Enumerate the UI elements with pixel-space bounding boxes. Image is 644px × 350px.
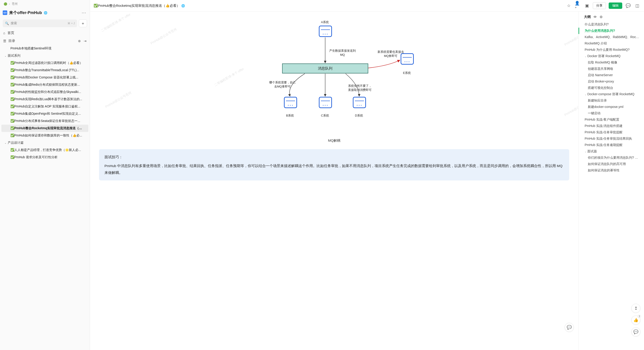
outline-item[interactable]: ⌄面试题: [578, 148, 642, 155]
tree-item[interactable]: ✅PmHub整合TransmittableThreadLocal (TTL)..…: [0, 67, 90, 74]
outline-item[interactable]: ⌄Docker-compose 部署 RocketMQ: [578, 91, 642, 98]
add-person-icon[interactable]: 👤⁺: [575, 3, 581, 9]
more-icon[interactable]: ⋯: [81, 10, 87, 16]
chevron-right-icon: ›: [9, 3, 10, 5]
workspace-header: </> 来个offer-PmHub 🌐 ⋯: [0, 8, 90, 18]
present-icon[interactable]: ▣: [584, 3, 590, 9]
tree-item[interactable]: PmHub本地搭建Sentinel环境: [0, 45, 90, 52]
outline-item[interactable]: PmHub 实战-任务审批提醒: [578, 129, 642, 136]
outline-item[interactable]: 启动 Broker+proxy: [578, 79, 642, 85]
watermark: PmHub@公众号苍何: [150, 27, 178, 45]
outline-item[interactable]: PmHub 实战-任务审批流结果回执: [578, 136, 642, 142]
outline-title: 大纲: [584, 15, 591, 19]
panel-icon[interactable]: ◫: [634, 3, 640, 9]
outline-item[interactable]: PmHub 为什么要用 RocketMQ?: [578, 47, 642, 53]
diagram-node-e: [401, 53, 414, 65]
outline-item[interactable]: 创建容器共享网络: [578, 66, 642, 72]
diagram-note: 新系统需要也直接去MQ拿即可: [377, 50, 404, 58]
tree-item[interactable]: ✅PmHub整合Rocketmq实现审批流消息推送（👍...: [1, 125, 88, 132]
tree-item[interactable]: ✅人人都是产品经理，打造竞争优势（🌟新人必...: [0, 146, 90, 154]
watermark: PmHub@公众号苍何: [104, 91, 132, 109]
tree-item[interactable]: ✅PmHub集成OpenFeign和 Sentinel实现自定义...: [0, 110, 90, 117]
outline-item[interactable]: PmHub 实战-客户端配置: [578, 117, 642, 123]
diagram-label: D系统: [355, 114, 363, 118]
chevron-down-icon: ⌄: [4, 55, 6, 57]
globe-icon: 🌐: [44, 11, 47, 15]
search-shortcut: ⌘ + J: [68, 22, 75, 25]
thumbs-up-button[interactable]: 👍3: [631, 315, 640, 325]
tree-item[interactable]: ✅PmHub全局过滤器统计接口调用耗时（👍必看）: [0, 59, 90, 67]
add-button[interactable]: ＋: [79, 20, 87, 27]
main-area: ✅PmHub整合Rocketmq实现审批流消息推送（👍必看） 🌐 ☆ 👤⁺ ▣ …: [90, 0, 644, 350]
tree-item[interactable]: ✅PmHub 需求分析及可行性分析: [0, 154, 90, 161]
diagram-label: B系统: [286, 114, 294, 118]
tip-box: 面试技巧： PmHub 中消息队列有多重使用场景，比如任务审批、结果回执、任务指…: [99, 149, 569, 180]
outline-item[interactable]: ⌄Docker 部署 RocketMQ: [578, 53, 642, 59]
back-to-top-button[interactable]: ↥: [631, 304, 640, 313]
home-icon: ⌂: [3, 31, 5, 35]
edit-button[interactable]: 编辑: [609, 3, 622, 9]
tree-item[interactable]: ✅PmHub自定义注解加 AOP 实现服务接口鉴权...: [0, 103, 90, 110]
left-sidebar: 🟢 › 苍何 </> 来个offer-PmHub 🌐 ⋯ 🔍 搜索 ⌘ + J …: [0, 0, 90, 350]
breadcrumb[interactable]: 🟢 › 苍何: [0, 0, 90, 8]
tree-item[interactable]: ✅PmHub用Docker Compose 容器化部署上线...: [0, 74, 90, 81]
share-button[interactable]: 分享: [593, 2, 606, 9]
watermark: 二哥编程星球-来个 offer: [100, 13, 131, 33]
diagram-node-d: [353, 97, 366, 108]
outline-item[interactable]: 你们的项目为什么要用消息队列? 为...: [578, 155, 642, 161]
outline-item[interactable]: 如何保证消息队列的高可用: [578, 161, 642, 167]
article-body: 二哥编程星球-来个 offer PmHub@公众号苍何 PmHub@公众号苍何 …: [90, 12, 578, 350]
app-logo-icon: 🟢: [4, 2, 7, 6]
doc-title: ✅PmHub整合Rocketmq实现审批流消息推送（👍必看） 🌐: [94, 4, 185, 8]
settings-icon[interactable]: ⚙: [600, 15, 602, 19]
search-input[interactable]: 🔍 搜索 ⌘ + J: [3, 20, 77, 27]
tree-item[interactable]: ✅PmHub实现Redis加Lua脚本基于计数器算法的...: [0, 96, 90, 103]
outline-item[interactable]: 启动 NameServer: [578, 72, 642, 79]
diagram-note: 产生数据直接发送到MQ: [328, 49, 357, 57]
diagram-node-b: [284, 97, 297, 108]
tree-item[interactable]: ✅PmHub集成Redis分布式锁保障流程状态更新...: [0, 81, 90, 88]
watermark: PmHub@公: [564, 35, 578, 47]
comment-button[interactable]: 💬: [631, 327, 640, 336]
watermark: 二哥编程星球-来个 offer: [214, 67, 244, 87]
outline-item[interactable]: 如何保证消息的幂等性: [578, 167, 642, 174]
tree-section-interview[interactable]: ⌄面试系列: [0, 52, 90, 59]
chevron-down-icon: ⌄: [585, 150, 586, 153]
outline-item[interactable]: 新建响应目录: [578, 98, 642, 104]
diagram-queue: 消息队列: [282, 64, 368, 74]
star-icon[interactable]: ☆: [566, 3, 572, 9]
collapse-icon[interactable]: ⇥: [84, 39, 86, 43]
tree-item[interactable]: ✅PmHub如何保证缓存和数据库的一致性（👍必...: [0, 132, 90, 139]
chevron-down-icon: ⌄: [585, 93, 586, 96]
workspace-icon: </>: [3, 11, 7, 15]
outline-item[interactable]: Kafka、ActiveMQ、RabbitMQ、Rock...: [578, 34, 642, 40]
tree-item[interactable]: ✅PmHub的性能监控和分布式追踪整合Skywalki...: [0, 88, 90, 96]
outline-item[interactable]: PmHub 实战-任务逾期提醒: [578, 142, 642, 148]
workspace-title: 来个offer-PmHub: [9, 10, 42, 16]
diagram-label: E系统: [403, 71, 411, 75]
outline-item[interactable]: 拉取 RocketMQ 镜像: [578, 59, 642, 66]
outline-item[interactable]: 新建docker-compose.yml: [578, 104, 642, 110]
chevron-down-icon: ⌄: [585, 55, 586, 58]
outline-item[interactable]: 一键启动: [578, 110, 642, 117]
globe-icon: 🌐: [181, 4, 185, 8]
nav-toc[interactable]: ☰ 目录 ⊕ ⇥: [0, 37, 90, 45]
thumb-count: 3: [638, 315, 641, 318]
outline-item[interactable]: 为什么使用消息队列?: [578, 28, 642, 34]
outline-item[interactable]: PmHub 实战-消息组件搭建: [578, 123, 642, 129]
inline-comment-button[interactable]: 💬: [565, 323, 574, 332]
nav-home[interactable]: ⌂ 首页: [0, 29, 90, 37]
tip-body: PmHub 中消息队列有多重使用场景，比如任务审批、结果回执、任务指派、任务预期…: [104, 163, 564, 176]
outline-item[interactable]: 搭建可视化控制台: [578, 85, 642, 91]
comment-icon[interactable]: 💬: [625, 3, 631, 9]
list-icon: ☰: [3, 39, 6, 43]
diagram-caption: MQ解耦: [99, 139, 569, 143]
watermark: PmHub@公: [564, 105, 578, 117]
outline-item[interactable]: 什么是消息队列?: [578, 21, 642, 28]
locate-icon[interactable]: ⊕: [78, 39, 81, 43]
visibility-icon[interactable]: 👁: [594, 15, 597, 19]
tree-section-product[interactable]: ⌄产品设计篇: [0, 139, 90, 146]
tree-item[interactable]: ✅PmHub分布式事务Seata保证任务审批状态一...: [0, 117, 90, 125]
float-buttons: ↥ 👍3 💬 💬: [631, 304, 640, 336]
outline-item[interactable]: RocketMQ 介绍: [578, 40, 642, 47]
